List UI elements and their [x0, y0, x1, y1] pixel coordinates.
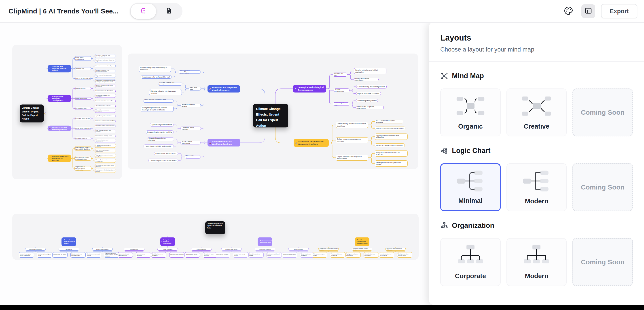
mindmap-leaf-node[interactable]: Coral bleaching and reef degradation	[151, 252, 166, 258]
mindmap-leaf-node[interactable]: Spread of vector-borne diseases	[147, 137, 174, 141]
export-button[interactable]: Export	[601, 4, 637, 18]
mindmap-leaf-node[interactable]: Peer-reviewed literature convergence	[330, 252, 345, 258]
mindmap-root-node[interactable]: Climate Change Effects: Urgent Call for …	[20, 105, 44, 122]
mindmap-leaf-node[interactable]: Climate feedback loop quantification	[375, 143, 405, 147]
mindmap-leaf-node[interactable]: Changes in precipitation patterns leadin…	[94, 79, 116, 83]
mindmap-leaf-node[interactable]: Saltwater intrusion into freshwater syst…	[70, 252, 86, 258]
mindmap-leaf-node[interactable]: IPCC assessment reports synthesis	[375, 120, 403, 123]
mindmap-leaf-node[interactable]: Coral bleaching and reef degradation	[94, 94, 116, 98]
mindmap-leaf-node[interactable]: More intense hurricanes and cyclones	[86, 252, 101, 258]
mindmap-branch-node[interactable]: Socioeconomic and Health Implications	[48, 126, 71, 131]
mindmap-sub-node[interactable]: Ocean acidification	[158, 248, 178, 251]
mindmap-sub-node[interactable]: Extreme weather events	[92, 248, 113, 251]
mindmap-leaf-node[interactable]: More intense hurricanes and cyclones	[143, 99, 174, 103]
mindmap-leaf-node[interactable]: Infrastructure damage costs	[282, 252, 297, 258]
mindmap-sub-node[interactable]: Rising global temperatures	[25, 248, 46, 251]
mindmap-sub-node[interactable]: Food and water security	[180, 126, 201, 130]
mindmap-sub-node[interactable]: Phenological shifts	[333, 102, 349, 106]
mindmap-leaf-node[interactable]: Integration of natural and social scienc…	[375, 150, 408, 157]
mindmap-leaf-node[interactable]: Integration of natural and social scienc…	[94, 164, 116, 168]
mindmap-leaf-node[interactable]: Increased frequency and intensity of hea…	[139, 66, 171, 72]
mindmap-leaf-node[interactable]: Heat-related morbidity and mortality	[94, 129, 116, 133]
mindmap-leaf-node[interactable]: Heat-related morbidity and mortality	[266, 252, 282, 258]
mindmap-leaf-node[interactable]: Increased water scarcity conflicts	[94, 120, 116, 122]
mindmap-sub-node[interactable]: Biodiversity loss	[74, 87, 92, 90]
mindmap-sub-node[interactable]: Critical research gaps requiring attenti…	[352, 248, 372, 251]
mindmap-sub-node[interactable]: Phenological shifts	[74, 107, 92, 110]
mindmap-leaf-node[interactable]: Coral bleaching and reef degradation	[356, 85, 386, 88]
mindmap-leaf-node[interactable]: Climate migration and displacement	[94, 139, 116, 143]
mindmap-sub-node[interactable]: Ocean acidification	[334, 88, 350, 92]
layout-option-modern[interactable]: Modern	[506, 163, 567, 211]
mindmap-leaf-node[interactable]: Saltwater intrusion into freshwater syst…	[149, 89, 182, 95]
mindmap-sub-node[interactable]: Sea level rise	[189, 87, 201, 90]
mindmap-sub-node[interactable]: Ocean acidification	[74, 97, 92, 100]
mindmap-leaf-node[interactable]: IPCC assessment reports synthesis	[312, 252, 327, 258]
mindmap-branch-node[interactable]: Ecological and Biological Consequences	[293, 85, 326, 92]
mindmap-leaf-node[interactable]: Peer-reviewed literature convergence	[375, 126, 406, 130]
mindmap-branch-node[interactable]: Observed and Projected Physical Impacts	[208, 85, 240, 92]
mindmap-leaf-node[interactable]: Changes in precipitation patterns leadin…	[104, 252, 119, 258]
layout-panel-button[interactable]	[582, 4, 595, 18]
mindmap-leaf-node[interactable]: Impacts on marine food webs	[356, 92, 381, 95]
mindmap-sub-node[interactable]: Public health challenges	[255, 248, 275, 251]
mindmap-leaf-node[interactable]: Development of robust predictive models	[397, 252, 412, 258]
mindmap-branch-node[interactable]: Observed and Projected Physical Impacts	[62, 237, 76, 246]
layout-option-minimal[interactable]: Minimal	[440, 163, 501, 211]
mindmap-sub-node[interactable]: Overwhelming evidence from multiple disc…	[336, 122, 368, 128]
mindmap-leaf-node[interactable]: Altered migration patterns	[185, 252, 200, 258]
mindmap-sub-node[interactable]: Rising global temperatures	[179, 70, 201, 74]
mindmap-sub-node[interactable]: Urgent need for interdisciplinary collab…	[385, 248, 406, 251]
mindmap-sub-node[interactable]: Food and water security	[74, 117, 92, 120]
logic-layout-preview[interactable]: Observed and Projected Physical ImpactsR…	[12, 45, 122, 179]
mindmap-leaf-node[interactable]: More intense hurricanes and cyclones	[94, 74, 116, 78]
mindmap-leaf-node[interactable]: Coastal erosion and flooding	[94, 65, 116, 67]
mindmap-leaf-node[interactable]: Tipping point mechanisms and thresholds	[375, 133, 408, 140]
mindmap-leaf-node[interactable]: IPCC assessment reports synthesis	[94, 144, 116, 148]
mindmap-leaf-node[interactable]: Coastal erosion and flooding	[158, 82, 182, 86]
mindmap-view-button[interactable]	[130, 4, 156, 19]
mindmap-branch-node[interactable]: Scientific Consensus and Research Priori…	[48, 154, 71, 162]
organization-layout-preview[interactable]: Observed and Projected Physical ImpactsR…	[12, 214, 418, 260]
mindmap-sub-node[interactable]: Economic impacts	[74, 137, 92, 140]
mindmap-leaf-node[interactable]: Accelerated polar and glacial ice melt	[37, 252, 52, 258]
mindmap-leaf-node[interactable]: Agricultural yield reductions	[215, 252, 230, 258]
mindmap-leaf-node[interactable]: Ecosystem service disruptions	[94, 90, 116, 92]
mindmap-leaf-node[interactable]: Heat-related morbidity and mortality	[144, 144, 174, 148]
mindmap-sub-node[interactable]: Overwhelming evidence from multiple disc…	[318, 248, 339, 251]
mindmap-leaf-node[interactable]: Development of robust predictive models	[94, 169, 116, 173]
mindmap-leaf-node[interactable]: Tipping point mechanisms and thresholds	[94, 154, 116, 158]
mindmap-leaf-node[interactable]: Development of robust predictive models	[375, 160, 408, 167]
mindmap-leaf-node[interactable]: Accelerated polar and glacial ice melt	[94, 59, 116, 63]
mindmap-leaf-node[interactable]: Integration of natural and social scienc…	[379, 252, 394, 258]
mindmap-leaf-node[interactable]: Infrastructure damage costs	[154, 152, 178, 155]
mindmap-branch-node[interactable]: Socioeconomic and Health Implications	[208, 139, 240, 146]
mindmap-leaf-node[interactable]: Spread of vector-borne diseases	[94, 125, 116, 127]
mindmap-sub-node[interactable]: Biodiversity loss	[333, 73, 347, 77]
mindmap-sub-node[interactable]: Food and water security	[221, 248, 242, 251]
mindmap-sub-node[interactable]: Economic impacts	[185, 155, 201, 159]
mindmap-leaf-node[interactable]: Saltwater intrusion into freshwater syst…	[94, 69, 116, 73]
mindmap-sub-node[interactable]: Rising global temperatures	[74, 56, 92, 61]
theme-button[interactable]	[562, 4, 576, 18]
layout-option-corporate[interactable]: Corporate	[440, 238, 501, 286]
mindmap-sub-node[interactable]: Phenological shifts	[191, 248, 212, 251]
mindmap-sub-node[interactable]: Sea level rise	[74, 67, 92, 70]
mindmap-branch-node[interactable]: Scientific Consensus and Research Priori…	[294, 139, 329, 147]
mindmap-leaf-node[interactable]: Agricultural yield reductions	[94, 115, 116, 117]
mindmap-sub-node[interactable]: Critical research gaps requiring attenti…	[336, 137, 368, 143]
mindmap-leaf-node[interactable]: Coastal erosion and flooding	[52, 252, 68, 258]
mindmap-leaf-node[interactable]: Increased water scarcity conflicts	[233, 252, 248, 258]
mindmap-leaf-node[interactable]: Tipping point mechanisms and thresholds	[346, 252, 361, 258]
mindmap-leaf-node[interactable]: Increased water scarcity conflicts	[146, 130, 174, 134]
mindmap-sub-node[interactable]: Critical research gaps requiring attenti…	[74, 156, 92, 161]
document-view-button[interactable]	[156, 4, 182, 19]
mindmap-leaf-node[interactable]: Climate feedback loop quantification	[364, 252, 379, 258]
mindmap-leaf-node[interactable]: Mismatches in species interactions	[94, 109, 116, 113]
mindmap-sub-node[interactable]: Extreme weather events	[74, 77, 92, 80]
mindmap-branch-node[interactable]: Observed and Projected Physical Impacts	[48, 65, 71, 72]
mindmap-leaf-node[interactable]: Climate migration and displacement	[148, 159, 178, 163]
mindmap-leaf-node[interactable]: Species extinction and habitat destructi…	[118, 252, 133, 258]
mindmap-leaf-node[interactable]: Ecosystem service disruptions	[354, 78, 378, 81]
mindmap-leaf-node[interactable]: Altered migration patterns	[356, 99, 378, 102]
